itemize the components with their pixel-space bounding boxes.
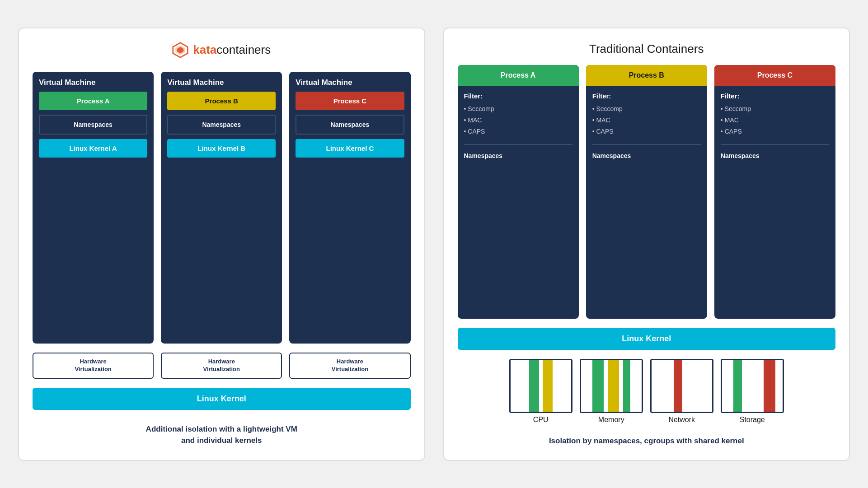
proc-a-header: Process A	[458, 65, 579, 86]
proc-a-filter-items: • Seccomp• MAC• CAPS	[464, 103, 572, 138]
vm-box-3: Virtual Machine Process C Namespaces Lin…	[289, 72, 410, 344]
proc-b-namespaces: Namespaces	[592, 152, 701, 159]
proc-c-namespaces: Namespaces	[721, 152, 829, 159]
traditional-containers-card: Traditional Containers Process A Filter:…	[443, 28, 850, 461]
vm1-namespaces: Namespaces	[39, 115, 147, 135]
vm-box-2: Virtual Machine Process B Namespaces Lin…	[161, 72, 282, 344]
proc-b-filter-label: Filter:	[592, 92, 701, 100]
vm2-process: Process B	[167, 92, 276, 110]
network-box	[650, 359, 713, 413]
proc-c-filter-items: • Seccomp• MAC• CAPS	[721, 103, 829, 138]
resource-cpu: CPU	[509, 359, 572, 424]
proc-b-divider	[592, 144, 701, 145]
storage-box	[721, 359, 784, 413]
resource-boxes: CPU Memory Network	[458, 359, 836, 424]
vm-box-1: Virtual Machine Process A Namespaces Lin…	[33, 72, 154, 344]
resource-network: Network	[650, 359, 713, 424]
vm-row: Virtual Machine Process A Namespaces Lin…	[33, 72, 411, 344]
kata-linux-kernel: Linux Kernel	[33, 388, 411, 410]
proc-c-body: Filter: • Seccomp• MAC• CAPS Namespaces	[714, 86, 835, 319]
cpu-label: CPU	[533, 416, 549, 424]
hw-virt-row: HardwareVirtualization HardwareVirtualiz…	[33, 353, 411, 379]
proc-c-filter-label: Filter:	[721, 92, 829, 100]
proc-a-namespaces: Namespaces	[464, 152, 572, 159]
proc-a-divider	[464, 144, 572, 145]
vm2-title: Virtual Machine	[167, 78, 276, 87]
vm3-title: Virtual Machine	[296, 78, 404, 87]
proc-c-divider	[721, 144, 829, 145]
vm3-kernel: Linux Kernel C	[296, 139, 404, 158]
vm1-process: Process A	[39, 92, 147, 110]
proc-col-a: Process A Filter: • Seccomp• MAC• CAPS N…	[458, 65, 579, 319]
storage-label: Storage	[740, 416, 765, 424]
proc-col-c: Process C Filter: • Seccomp• MAC• CAPS N…	[714, 65, 835, 319]
vm3-process: Process C	[296, 92, 404, 110]
vm2-namespaces: Namespaces	[167, 115, 276, 135]
vm2-kernel: Linux Kernel B	[167, 139, 276, 158]
process-columns: Process A Filter: • Seccomp• MAC• CAPS N…	[458, 65, 836, 319]
memory-label: Memory	[598, 416, 624, 424]
kata-logo-icon	[172, 42, 188, 58]
hw-virt-1: HardwareVirtualization	[33, 353, 154, 379]
proc-c-header: Process C	[714, 65, 835, 86]
proc-b-body: Filter: • Seccomp• MAC• CAPS Namespaces	[586, 86, 707, 319]
proc-a-body: Filter: • Seccomp• MAC• CAPS Namespaces	[458, 86, 579, 319]
kata-header: katacontainers	[33, 42, 411, 63]
hw-virt-2: HardwareVirtualization	[161, 353, 282, 379]
memory-box	[580, 359, 643, 413]
trad-linux-kernel: Linux Kernel	[458, 328, 836, 350]
vm3-namespaces: Namespaces	[296, 115, 404, 135]
network-label: Network	[668, 416, 695, 424]
vm1-title: Virtual Machine	[39, 78, 147, 87]
proc-b-filter-items: • Seccomp• MAC• CAPS	[592, 103, 701, 138]
proc-a-filter-label: Filter:	[464, 92, 572, 100]
kata-bottom-note: Additional isolation with a lightweight …	[33, 419, 411, 446]
cpu-box	[509, 359, 572, 413]
proc-col-b: Process B Filter: • Seccomp• MAC• CAPS N…	[586, 65, 707, 319]
isolation-note: Isolation by namespaces, cgroups with sh…	[458, 433, 836, 446]
vm1-kernel: Linux Kernel A	[39, 139, 147, 158]
resource-storage: Storage	[721, 359, 784, 424]
hw-virt-3: HardwareVirtualization	[289, 353, 410, 379]
proc-b-header: Process B	[586, 65, 707, 86]
resource-memory: Memory	[580, 359, 643, 424]
trad-header: Traditional Containers	[458, 42, 836, 56]
kata-containers-card: katacontainers Virtual Machine Process A…	[18, 28, 425, 461]
kata-title: katacontainers	[193, 43, 271, 57]
